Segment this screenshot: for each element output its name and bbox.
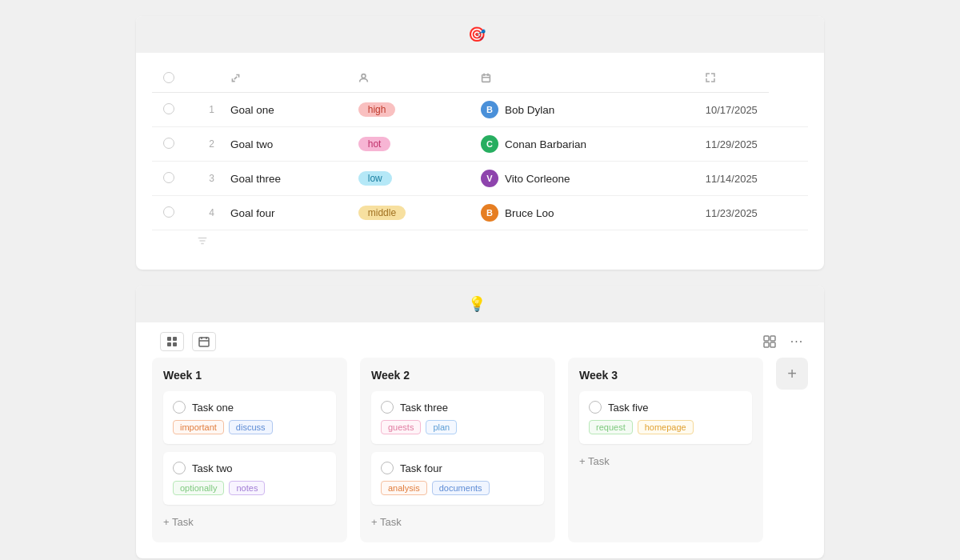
row-checkbox[interactable] xyxy=(163,103,174,114)
more-options-btn[interactable]: ··· xyxy=(786,332,808,351)
add-task-btn[interactable]: + Task xyxy=(371,513,402,531)
row-checkbox-cell xyxy=(152,162,186,196)
column-header: Week 2 xyxy=(371,369,544,382)
task-title-row: Task four xyxy=(381,462,534,474)
svg-rect-8 xyxy=(770,336,775,341)
task-card: Task one importantdiscuss xyxy=(163,391,336,444)
row-deadline: 11/23/2025 xyxy=(694,196,769,230)
th-collaborator-inner xyxy=(358,73,373,83)
goals-icon: 🎯 xyxy=(468,26,486,43)
goals-table-wrapper: 1 Goal one high B Bob Dylan 10/17/2025 2… xyxy=(136,53,824,270)
row-deadline: 11/14/2025 xyxy=(694,162,769,196)
row-num: 1 xyxy=(186,93,219,127)
calendar-view-icon xyxy=(198,336,210,347)
task-tag: guests xyxy=(381,420,421,434)
board-columns: Week 1 Task one importantdiscuss Task tw… xyxy=(136,358,824,558)
row-num: 3 xyxy=(186,162,219,196)
task-checkbox[interactable] xyxy=(381,462,394,474)
milestones-section: 💡 xyxy=(136,286,824,558)
row-goal: Goal two xyxy=(219,127,347,162)
row-goal: Goal three xyxy=(219,162,347,196)
row-checkbox-cell xyxy=(152,93,186,127)
milestones-section-header: 💡 xyxy=(136,286,824,322)
th-priority xyxy=(219,66,347,93)
row-deadline: 11/29/2025 xyxy=(694,127,769,162)
svg-rect-5 xyxy=(173,342,177,346)
row-expand-cell xyxy=(769,127,808,162)
row-num: 2 xyxy=(186,127,219,162)
row-checkbox[interactable] xyxy=(163,138,174,149)
person-icon xyxy=(358,73,369,83)
th-expand xyxy=(694,66,769,93)
goals-table: 1 Goal one high B Bob Dylan 10/17/2025 2… xyxy=(152,66,808,254)
row-collaborator: B Bruce Loo xyxy=(470,196,694,230)
table-row: 3 Goal three low V Vito Corleone 11/14/2… xyxy=(152,162,808,196)
task-checkbox[interactable] xyxy=(589,401,602,414)
board-column-2: Week 2 Task three guestsplan Task four xyxy=(360,358,555,542)
calendar-view-btn[interactable] xyxy=(192,332,216,351)
th-goals xyxy=(186,66,219,93)
task-title-row: Task three xyxy=(381,401,534,414)
task-title-row: Task one xyxy=(173,401,326,414)
priority-badge: hot xyxy=(358,137,391,151)
milestones-icon: 💡 xyxy=(468,295,486,313)
task-tags: importantdiscuss xyxy=(173,420,326,434)
svg-rect-10 xyxy=(770,342,775,347)
task-card: Task three guestsplan xyxy=(371,391,544,444)
task-tag: homepage xyxy=(638,420,694,434)
task-checkbox[interactable] xyxy=(173,462,186,474)
th-checkbox xyxy=(152,66,186,93)
layout-icon-btn[interactable] xyxy=(758,332,781,351)
row-num: 4 xyxy=(186,196,219,230)
link-icon xyxy=(230,73,241,83)
filter-icon[interactable] xyxy=(197,235,208,246)
more-dots-icon: ··· xyxy=(790,334,803,349)
svg-rect-7 xyxy=(764,336,769,341)
row-priority: middle xyxy=(347,196,470,230)
add-task-btn[interactable]: + Task xyxy=(163,513,194,531)
task-checkbox[interactable] xyxy=(381,401,394,414)
layout-icon xyxy=(763,335,776,348)
board-column-3: Week 3 Task five requesthomepage + Task xyxy=(568,358,763,542)
task-card: Task four analysisdocuments xyxy=(371,452,544,505)
row-collaborator: V Vito Corleone xyxy=(470,162,694,196)
calendar-icon xyxy=(481,73,491,83)
row-priority: high xyxy=(347,93,470,127)
table-footer-row xyxy=(152,230,808,254)
row-expand-cell xyxy=(769,162,808,196)
priority-badge: middle xyxy=(358,206,406,220)
row-checkbox[interactable] xyxy=(163,172,174,183)
add-task-btn[interactable]: + Task xyxy=(579,452,610,470)
grid-view-btn[interactable] xyxy=(160,332,184,351)
task-title-row: Task five xyxy=(589,401,742,414)
svg-rect-1 xyxy=(482,74,490,82)
task-title: Task three xyxy=(400,402,448,414)
task-tag: notes xyxy=(229,481,265,495)
page-wrapper: 🎯 xyxy=(136,16,824,558)
row-goal: Goal four xyxy=(219,196,347,230)
avatar: V xyxy=(481,170,498,187)
svg-point-0 xyxy=(362,74,366,78)
task-checkbox[interactable] xyxy=(173,401,186,414)
expand-icon xyxy=(706,73,715,82)
th-deadline xyxy=(470,66,694,93)
svg-rect-9 xyxy=(764,342,769,347)
task-tag: analysis xyxy=(381,481,427,495)
row-goal: Goal one xyxy=(219,93,347,127)
svg-rect-4 xyxy=(167,342,171,346)
task-tag: documents xyxy=(432,481,490,495)
th-deadline-inner xyxy=(481,73,495,83)
task-tags: requesthomepage xyxy=(589,420,742,434)
header-checkbox[interactable] xyxy=(163,72,174,83)
column-header: Week 3 xyxy=(579,369,752,382)
goals-section-header: 🎯 xyxy=(136,16,824,53)
task-tags: guestsplan xyxy=(381,420,534,434)
task-card: Task five requesthomepage xyxy=(579,391,752,444)
add-column-btn[interactable]: + xyxy=(776,358,808,390)
avatar: B xyxy=(481,101,498,118)
grid-icon xyxy=(166,336,178,347)
row-checkbox[interactable] xyxy=(163,206,174,218)
board-column-1: Week 1 Task one importantdiscuss Task tw… xyxy=(152,358,347,542)
task-title-row: Task two xyxy=(173,462,326,474)
board-toolbar-right: ··· xyxy=(758,332,808,351)
